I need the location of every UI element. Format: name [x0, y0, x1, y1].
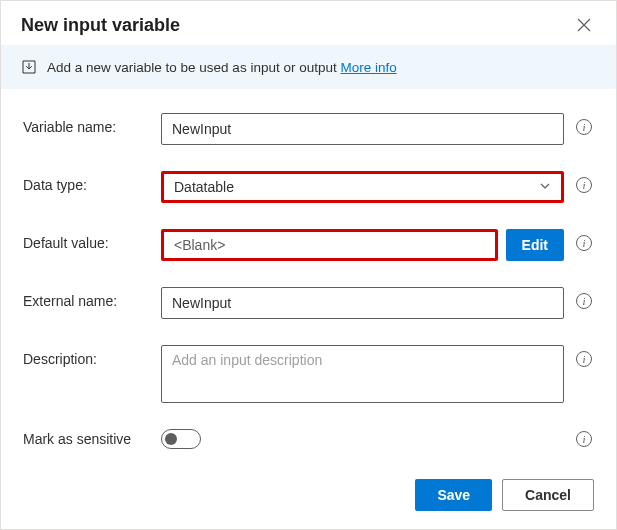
- variable-name-label: Variable name:: [23, 113, 151, 135]
- cancel-button[interactable]: Cancel: [502, 479, 594, 511]
- info-icon[interactable]: i: [576, 293, 592, 309]
- info-icon[interactable]: i: [576, 235, 592, 251]
- download-icon: [21, 59, 37, 75]
- description-row: Description: i: [23, 345, 594, 403]
- info-icon[interactable]: i: [576, 351, 592, 367]
- variable-name-input[interactable]: [161, 113, 564, 145]
- data-type-row: Data type: Datatable i: [23, 171, 594, 203]
- default-value-input[interactable]: <Blank>: [161, 229, 498, 261]
- dialog-title: New input variable: [21, 15, 180, 36]
- data-type-value: Datatable: [174, 179, 234, 195]
- sensitive-label: Mark as sensitive: [23, 431, 151, 447]
- toggle-knob: [165, 433, 177, 445]
- info-icon[interactable]: i: [576, 119, 592, 135]
- variable-name-row: Variable name: i: [23, 113, 594, 145]
- data-type-label: Data type:: [23, 171, 151, 193]
- description-label: Description:: [23, 345, 151, 367]
- info-icon[interactable]: i: [576, 431, 592, 447]
- dialog-form: Variable name: i Data type: Datatable i …: [1, 89, 616, 461]
- chevron-down-icon: [539, 179, 551, 195]
- more-info-link[interactable]: More info: [340, 60, 396, 75]
- external-name-label: External name:: [23, 287, 151, 309]
- info-icon[interactable]: i: [576, 177, 592, 193]
- external-name-input[interactable]: [161, 287, 564, 319]
- data-type-select[interactable]: Datatable: [161, 171, 564, 203]
- banner-text: Add a new variable to be used as input o…: [47, 60, 397, 75]
- new-input-variable-dialog: New input variable Add a new variable to…: [0, 0, 617, 530]
- description-input[interactable]: [161, 345, 564, 403]
- edit-button[interactable]: Edit: [506, 229, 564, 261]
- close-button[interactable]: [572, 13, 596, 37]
- dialog-header: New input variable: [1, 1, 616, 45]
- sensitive-row: Mark as sensitive i: [23, 429, 594, 449]
- default-value-row: Default value: <Blank> Edit i: [23, 229, 594, 261]
- save-button[interactable]: Save: [415, 479, 492, 511]
- close-icon: [577, 18, 591, 32]
- external-name-row: External name: i: [23, 287, 594, 319]
- sensitive-toggle[interactable]: [161, 429, 201, 449]
- dialog-footer: Save Cancel: [1, 461, 616, 529]
- default-value-label: Default value:: [23, 229, 151, 251]
- default-value-text: <Blank>: [174, 237, 225, 253]
- info-banner: Add a new variable to be used as input o…: [1, 45, 616, 89]
